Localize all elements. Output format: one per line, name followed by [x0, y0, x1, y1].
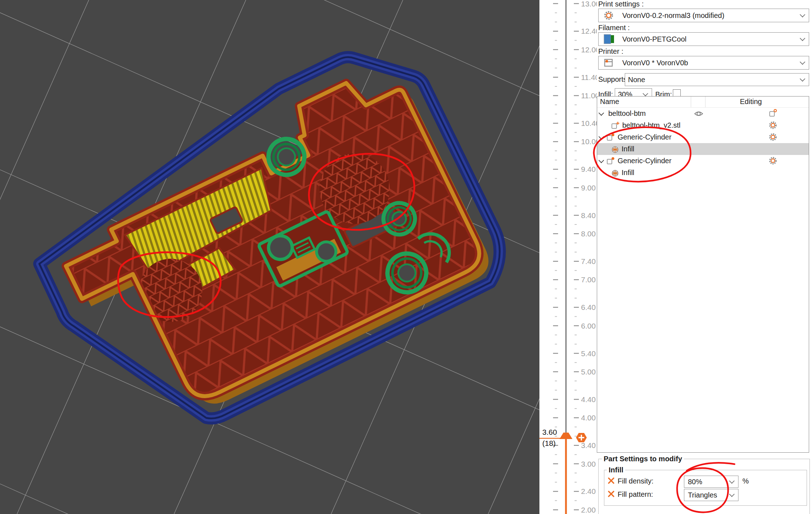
chevron-down-icon [800, 59, 806, 65]
slider-tick-label: 8.40 [581, 211, 596, 220]
remove-setting-icon[interactable] [608, 490, 615, 498]
slider-tick-label: 6.00 [581, 322, 596, 330]
slider-ticks: 13.0012.4012.0011.4011.0010.4010.009.409… [553, 0, 597, 514]
gear-icon[interactable] [769, 156, 777, 167]
tree-row-label: belttool-btm [608, 109, 646, 118]
filament-label: Filament : [598, 24, 630, 32]
chevron-down-icon [800, 12, 806, 18]
part-dot-icon [606, 157, 615, 165]
infill-group-title: Infill [607, 466, 625, 474]
slider-tick-label: 3.40 [581, 441, 596, 449]
tree-row-infill[interactable]: Infill [597, 167, 809, 179]
add-color-change-button[interactable] [576, 433, 587, 442]
expander-chevron-icon[interactable] [599, 157, 604, 163]
print-settings-combo[interactable]: VoronV0-0.2-normal3 (modified) [598, 9, 809, 22]
part-dot-icon [606, 133, 615, 142]
object-icon[interactable] [769, 109, 778, 119]
tree-row-label: Infill [622, 169, 634, 177]
supports-combo[interactable]: None [625, 73, 809, 86]
slider-tick-label: 11.00 [581, 91, 597, 100]
printer-label: Printer : [598, 47, 623, 56]
chevron-down-icon [643, 91, 648, 96]
fill-density-suffix: % [742, 477, 749, 485]
tree-row-label: Generic-Cylinder [618, 133, 671, 141]
remove-setting-icon[interactable] [608, 477, 615, 484]
infill-icon [611, 145, 619, 154]
tree-row-generic-cylinder[interactable]: Generic-Cylinder [597, 155, 809, 167]
fill-pattern-combo[interactable]: Triangles [684, 489, 738, 501]
tree-column-name: Name [600, 98, 619, 106]
slider-tick-label: 9.00 [581, 184, 596, 192]
chevron-down-icon [729, 491, 735, 497]
fill-density-label: Fill density: [618, 477, 653, 485]
slider-tick-label: 6.40 [581, 303, 596, 311]
slider-tick-label: 8.00 [581, 230, 596, 238]
slider-tick-label: 9.40 [581, 165, 596, 173]
tree-row-belttool-btm-v2-stl[interactable]: belttool-btm_v2.stl [597, 119, 809, 131]
slider-tick-label: 7.40 [581, 257, 596, 265]
eye-icon[interactable] [694, 109, 703, 120]
fill-density-combo[interactable]: 80% [684, 476, 738, 488]
gear-icon[interactable] [769, 133, 777, 143]
printer-icon [604, 58, 613, 68]
expander-chevron-icon[interactable] [599, 134, 604, 140]
supports-label: Supports: [598, 75, 629, 84]
gear-icon[interactable] [769, 121, 777, 131]
tree-row-belttool-btm[interactable]: belttool-btm [597, 108, 809, 119]
layer-slider[interactable]: 13.0012.4012.0011.4011.0010.4010.009.409… [539, 0, 597, 514]
object-tree: Name Editing belttool-btmbelttool-btm_v2… [597, 96, 809, 453]
slider-tick-label: 5.00 [581, 368, 596, 376]
tree-column-editing: Editing [740, 98, 762, 106]
fill-pattern-label: Fill pattern: [618, 490, 653, 499]
print-settings-label: Print settings : [598, 0, 644, 8]
part-plus-icon [611, 121, 620, 130]
slider-tick-label: 2.00 [581, 506, 596, 514]
slider-tick-label: 3.00 [581, 460, 596, 468]
object-tree-header: Name Editing [597, 96, 809, 108]
tree-row-generic-cylinder[interactable]: Generic-Cylinder [597, 131, 809, 143]
filament-combo[interactable]: VoronV0-PETGCool [598, 32, 809, 46]
slider-tick-label: 4.40 [581, 395, 596, 404]
slider-tick-label: 11.40 [581, 73, 597, 81]
gear-icon [604, 10, 614, 20]
slider-tick-label: 10.00 [581, 137, 597, 146]
chevron-down-icon [800, 76, 806, 82]
3d-viewport[interactable] [0, 0, 539, 514]
settings-panel: Print settings : VoronV0-0.2-normal3 (mo… [597, 0, 812, 514]
filament-swatch-icon [604, 34, 614, 44]
slider-current-layer: (18) [542, 439, 556, 447]
chevron-down-icon [729, 478, 735, 484]
slider-tick-label: 4.00 [581, 414, 596, 422]
expander-chevron-icon[interactable] [599, 110, 604, 116]
slider-tick-label: 13.00 [581, 0, 597, 8]
tree-row-label: Generic-Cylinder [618, 157, 671, 165]
slider-tick-label: 10.40 [581, 119, 597, 127]
slider-tick-label: 2.40 [581, 487, 596, 495]
slider-current-value: 3.60 [542, 428, 557, 436]
slider-tick-label: 7.00 [581, 275, 596, 284]
part-settings-title: Part Settings to modify [602, 455, 684, 463]
tree-row-label: Infill [622, 145, 634, 153]
infill-icon [611, 169, 619, 177]
slider-tick-label: 12.40 [581, 27, 597, 35]
tree-row-infill[interactable]: Infill [597, 143, 809, 155]
slider-tick-label: 5.40 [581, 349, 596, 358]
chevron-down-icon [800, 36, 806, 41]
slider-tick-label: 12.00 [581, 46, 597, 54]
slicer-window: 13.0012.4012.0011.4011.0010.4010.009.409… [0, 0, 812, 514]
slider-handle[interactable] [560, 433, 572, 439]
tree-row-label: belttool-btm_v2.stl [622, 121, 680, 129]
printer-combo[interactable]: VoronV0 * VoronV0b [598, 56, 809, 70]
sliced-model-belttool-btm[interactable] [15, 31, 516, 459]
